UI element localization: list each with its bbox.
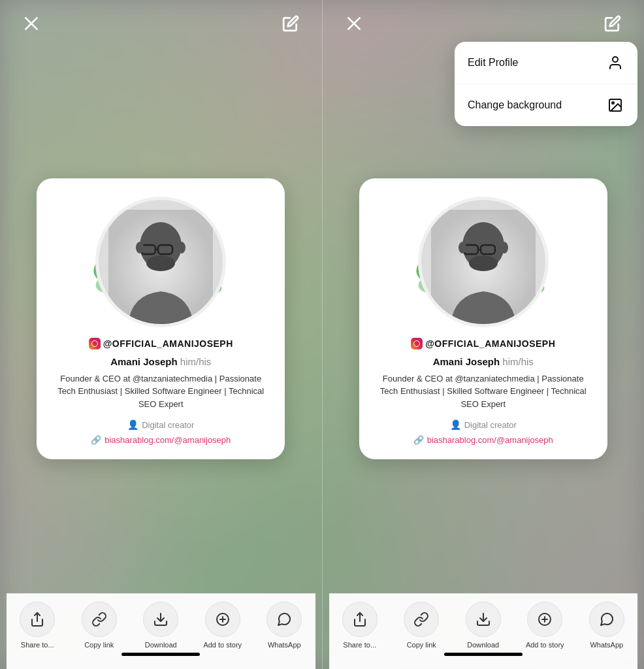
right-share-circle [342, 602, 378, 637]
left-download-label: Download [145, 641, 177, 649]
svg-point-21 [613, 57, 618, 62]
right-whatsapp-label: WhatsApp [590, 641, 623, 649]
right-action-whatsapp[interactable]: WhatsApp [587, 602, 626, 649]
change-background-label: Change background [468, 99, 562, 111]
change-background-item[interactable]: Change background [455, 84, 637, 126]
right-action-bar: Share to... Copy link Download [329, 593, 638, 669]
left-top-bar [7, 0, 315, 44]
right-copy-circle [404, 602, 439, 637]
left-display-name: Amani Joseph him/his [110, 356, 211, 367]
right-instagram-icon [411, 338, 423, 350]
svg-point-13 [178, 242, 185, 253]
left-avatar-circle [95, 197, 226, 327]
left-avatar-image [99, 200, 223, 324]
edit-profile-icon [606, 54, 624, 72]
edit-profile-label: Edit Profile [468, 57, 518, 69]
right-avatar-area [418, 197, 549, 327]
right-story-circle [527, 602, 562, 637]
left-action-bar: Share to... Copy link Download [7, 593, 315, 669]
right-close-button[interactable] [341, 10, 367, 37]
right-top-bar [329, 0, 638, 44]
left-action-share[interactable]: Share to... [18, 602, 57, 649]
left-username: @OFFICIAL_AMANIJOSEPH [103, 338, 233, 349]
change-background-icon [606, 96, 624, 114]
left-close-button[interactable] [18, 10, 44, 37]
svg-point-23 [612, 102, 614, 104]
right-copy-label: Copy link [407, 641, 436, 649]
left-card-wrapper: @OFFICIAL_AMANIJOSEPH Amani Joseph him/h… [7, 44, 315, 593]
right-download-circle [466, 602, 501, 637]
left-instagram-icon [89, 338, 101, 350]
left-home-indicator [121, 653, 200, 656]
svg-point-11 [146, 255, 175, 271]
left-panel: @OFFICIAL_AMANIJOSEPH Amani Joseph him/h… [0, 0, 322, 669]
right-category: 👤 Digital creator [450, 419, 517, 430]
left-avatar-area [95, 197, 226, 327]
right-category-icon: 👤 [450, 419, 461, 430]
svg-point-34 [459, 242, 466, 253]
left-story-label: Add to story [203, 641, 242, 649]
left-category-icon: 👤 [127, 419, 138, 430]
right-link-icon: 🔗 [413, 435, 424, 445]
right-story-label: Add to story [526, 641, 564, 649]
right-action-copy[interactable]: Copy link [402, 602, 441, 649]
left-action-story[interactable]: Add to story [203, 602, 242, 649]
left-edit-button[interactable] [278, 10, 304, 37]
right-action-share[interactable]: Share to... [340, 602, 379, 649]
left-action-download[interactable]: Download [141, 602, 180, 649]
left-link: 🔗 biasharablog.com/@amanijoseph [91, 435, 231, 445]
left-whatsapp-circle [266, 602, 302, 637]
right-action-items: Share to... Copy link Download [329, 602, 638, 649]
left-link-icon: 🔗 [91, 435, 101, 445]
left-share-circle [20, 602, 55, 637]
left-profile-card: @OFFICIAL_AMANIJOSEPH Amani Joseph him/h… [37, 178, 285, 460]
left-download-circle [143, 602, 178, 637]
svg-point-35 [500, 242, 508, 253]
right-card-wrapper: @OFFICIAL_AMANIJOSEPH Amani Joseph him/h… [329, 44, 638, 593]
svg-point-33 [469, 255, 498, 271]
left-story-circle [205, 602, 240, 637]
right-whatsapp-circle [589, 602, 624, 637]
right-home-indicator [444, 653, 523, 656]
left-share-label: Share to... [21, 641, 54, 649]
right-share-label: Share to... [343, 641, 376, 649]
right-download-label: Download [467, 641, 499, 649]
right-username: @OFFICIAL_AMANIJOSEPH [425, 338, 555, 349]
right-avatar-image [421, 200, 545, 324]
right-action-download[interactable]: Download [464, 602, 503, 649]
right-panel: Edit Profile Change background [323, 0, 645, 669]
screen-container: @OFFICIAL_AMANIJOSEPH Amani Joseph him/h… [0, 0, 644, 669]
left-copy-label: Copy link [84, 641, 114, 649]
right-avatar-circle [418, 197, 549, 327]
right-profile-card: @OFFICIAL_AMANIJOSEPH Amani Joseph him/h… [359, 178, 607, 460]
left-whatsapp-label: WhatsApp [268, 641, 301, 649]
edit-profile-item[interactable]: Edit Profile [455, 42, 637, 84]
right-display-name: Amani Joseph him/his [433, 356, 534, 367]
right-link: 🔗 biasharablog.com/@amanijoseph [413, 435, 553, 445]
left-category: 👤 Digital creator [127, 419, 194, 430]
right-action-story[interactable]: Add to story [525, 602, 564, 649]
left-bio: Founder & CEO at @tanzaniatechmedia | Pa… [51, 372, 270, 411]
right-username-badge: @OFFICIAL_AMANIJOSEPH [411, 338, 555, 350]
svg-point-12 [136, 242, 144, 253]
left-action-items: Share to... Copy link Download [7, 602, 315, 649]
right-dropdown-menu: Edit Profile Change background [455, 42, 637, 126]
left-action-copy[interactable]: Copy link [80, 602, 119, 649]
left-action-whatsapp[interactable]: WhatsApp [265, 602, 304, 649]
right-edit-button[interactable] [600, 10, 626, 37]
left-username-badge: @OFFICIAL_AMANIJOSEPH [89, 338, 233, 350]
right-bio: Founder & CEO at @tanzaniatechmedia | Pa… [374, 372, 593, 411]
left-copy-circle [82, 602, 117, 637]
